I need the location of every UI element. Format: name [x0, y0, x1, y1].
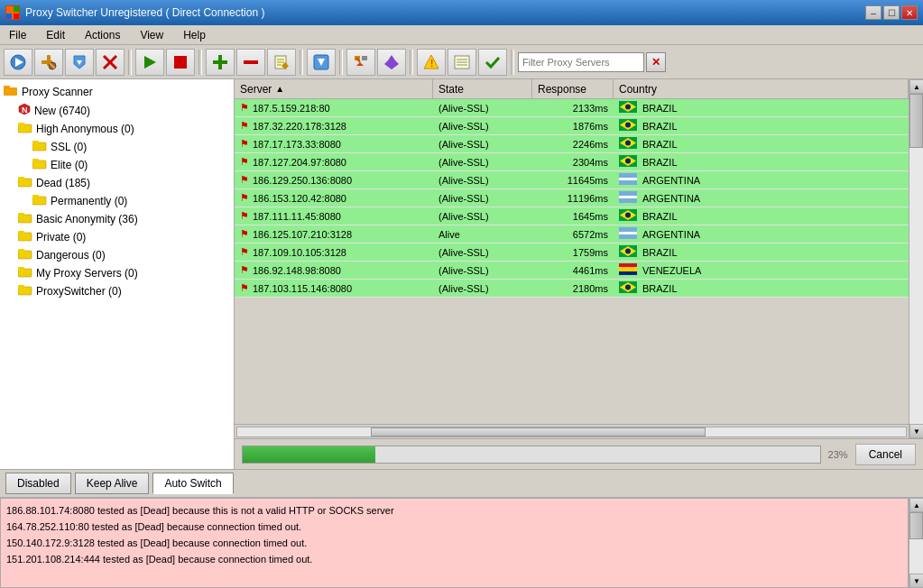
- menu-edit[interactable]: Edit: [41, 27, 70, 43]
- v-scroll[interactable]: ▲ ▼: [909, 79, 923, 438]
- v-scroll-down[interactable]: ▼: [909, 424, 923, 438]
- tab-disabled[interactable]: Disabled: [5, 473, 71, 494]
- toolbar-btn-play[interactable]: [135, 49, 164, 76]
- menu-actions[interactable]: Actions: [79, 27, 125, 43]
- svg-rect-56: [18, 249, 24, 253]
- tree-item-elite[interactable]: Elite (0): [0, 156, 234, 174]
- tree-item-dangerous[interactable]: Dangerous (0): [0, 246, 234, 264]
- svg-rect-88: [619, 263, 637, 267]
- tree-item-permanently[interactable]: Permanently (0): [0, 192, 234, 210]
- toolbar-btn-stop[interactable]: [166, 49, 195, 76]
- cancel-button[interactable]: Cancel: [855, 444, 916, 465]
- close-button[interactable]: ✕: [901, 5, 918, 20]
- tree-item-private[interactable]: Private (0): [0, 228, 234, 246]
- proxy-icon: ⚑: [240, 192, 249, 204]
- tree-item-high-anon[interactable]: High Anonymous (0): [0, 120, 234, 138]
- td-country: BRAZIL: [614, 244, 909, 260]
- th-state[interactable]: State: [433, 79, 532, 98]
- window-title: Proxy Switcher Unregistered ( Direct Con…: [25, 6, 264, 19]
- tree-item-proxyswitcher[interactable]: ProxySwitcher (0): [0, 282, 234, 300]
- toolbar-btn-pin[interactable]: [377, 49, 406, 76]
- tree-item-dead[interactable]: Dead (185): [0, 174, 234, 192]
- td-response: 11645ms: [532, 174, 614, 187]
- tree-item-proxy-scanner[interactable]: Proxy Scanner: [0, 83, 234, 101]
- td-server: ⚑187.109.10.105:3128: [235, 245, 433, 259]
- tree-item-ssl[interactable]: SSL (0): [0, 138, 234, 156]
- table-row[interactable]: ⚑186.129.250.136:8080(Alive-SSL)11645msA…: [235, 171, 909, 189]
- log-scroll-up[interactable]: ▲: [909, 498, 923, 512]
- log-scroll-down[interactable]: ▼: [909, 574, 923, 588]
- maximize-button[interactable]: ☐: [883, 5, 900, 20]
- toolbar-btn-remove[interactable]: [236, 49, 265, 76]
- svg-rect-76: [619, 191, 637, 196]
- h-scroll[interactable]: [235, 424, 909, 438]
- log-line: 151.201.108.214:444 tested as [Dead] bec…: [6, 551, 902, 567]
- toolbar-separator-5: [410, 50, 413, 75]
- log-line: 150.140.172.9:3128 tested as [Dead] beca…: [6, 535, 902, 551]
- svg-rect-75: [619, 180, 637, 185]
- menu-help[interactable]: Help: [178, 27, 211, 43]
- toolbar-btn-delete[interactable]: [96, 49, 125, 76]
- toolbar-btn-check[interactable]: [478, 49, 507, 76]
- minimize-button[interactable]: –: [865, 5, 881, 20]
- toolbar-btn-list[interactable]: [448, 49, 476, 76]
- table-row[interactable]: ⚑187.111.11.45:8080(Alive-SSL)1645msBRAZ…: [235, 207, 909, 225]
- tree-label-private: Private (0): [36, 231, 86, 243]
- menu-file[interactable]: File: [4, 27, 32, 43]
- v-scroll-up[interactable]: ▲: [909, 79, 923, 94]
- table-row[interactable]: ⚑187.109.10.105:3128(Alive-SSL)1759msBRA…: [235, 243, 909, 262]
- td-server: ⚑186.153.120.42:8080: [235, 191, 433, 205]
- table-row[interactable]: ⚑187.17.173.33:8080(Alive-SSL)2246msBRAZ…: [235, 135, 909, 153]
- tab-keepalive[interactable]: Keep Alive: [75, 473, 150, 494]
- toolbar-btn-3[interactable]: [65, 49, 94, 76]
- table-row[interactable]: ⚑186.153.120.42:8080(Alive-SSL)11196msAR…: [235, 189, 909, 207]
- svg-rect-74: [619, 178, 637, 180]
- tree-label-proxy-scanner: Proxy Scanner: [22, 86, 93, 98]
- td-response: 6572ms: [532, 228, 614, 241]
- td-country: BRAZIL: [614, 154, 909, 170]
- toolbar-btn-export[interactable]: [307, 49, 336, 76]
- svg-text:N: N: [22, 106, 28, 115]
- table-row[interactable]: ⚑187.127.204.97:8080(Alive-SSL)2304msBRA…: [235, 153, 909, 171]
- proxy-icon: ⚑: [240, 228, 249, 240]
- td-country: BRAZIL: [614, 118, 909, 133]
- toolbar-btn-edit[interactable]: [267, 49, 296, 76]
- table-row[interactable]: ⚑186.125.107.210:3128Alive6572msARGENTIN…: [235, 225, 909, 243]
- tree-item-my-proxy[interactable]: My Proxy Servers (0): [0, 264, 234, 282]
- tab-autoswitch[interactable]: Auto Switch: [152, 473, 233, 494]
- flag-icon: [619, 263, 637, 277]
- tree-icon-private: [18, 230, 32, 244]
- svg-marker-30: [384, 55, 399, 69]
- table-row[interactable]: ⚑187.32.220.178:3128(Alive-SSL)1876msBRA…: [235, 117, 909, 135]
- filter-clear-button[interactable]: ✕: [646, 52, 666, 72]
- tree-item-new[interactable]: NNew (6740): [0, 101, 234, 120]
- table-row[interactable]: ⚑187.103.115.146:8080(Alive-SSL)2180msBR…: [235, 280, 909, 298]
- title-bar: Proxy Switcher Unregistered ( Direct Con…: [0, 0, 923, 25]
- toolbar-separator-3: [300, 50, 303, 75]
- svg-point-81: [625, 213, 631, 218]
- toolbar-btn-2[interactable]: [34, 49, 63, 76]
- tree-item-basic-anon[interactable]: Basic Anonymity (36): [0, 210, 234, 228]
- tree-label-ssl: SSL (0): [51, 141, 87, 153]
- toolbar-btn-add[interactable]: [206, 49, 235, 76]
- toolbar-btn-1[interactable]: [4, 49, 32, 76]
- menu-view[interactable]: View: [134, 27, 169, 43]
- svg-rect-60: [18, 285, 24, 289]
- td-state: (Alive-SSL): [433, 210, 532, 223]
- v-scroll-track[interactable]: [909, 94, 923, 424]
- tree-icon-proxyswitcher: [18, 284, 32, 299]
- th-server[interactable]: Server ▲: [235, 79, 433, 98]
- svg-marker-29: [356, 62, 364, 66]
- tree-icon-high-anon: [18, 122, 32, 136]
- table-row[interactable]: ⚑187.5.159.218:80(Alive-SSL)2133msBRAZIL: [235, 99, 909, 117]
- toolbar-btn-warning[interactable]: !: [417, 49, 446, 76]
- svg-rect-77: [619, 196, 637, 198]
- th-response[interactable]: Response: [532, 79, 614, 98]
- toolbar-btn-settings[interactable]: [346, 49, 375, 76]
- svg-rect-83: [619, 232, 637, 234]
- svg-rect-82: [619, 227, 637, 232]
- toolbar: ! ✕: [0, 45, 923, 79]
- filter-input[interactable]: [518, 52, 644, 72]
- table-row[interactable]: ⚑186.92.148.98:8080(Alive-SSL)4461msVENE…: [235, 262, 909, 280]
- th-country[interactable]: Country: [614, 79, 909, 98]
